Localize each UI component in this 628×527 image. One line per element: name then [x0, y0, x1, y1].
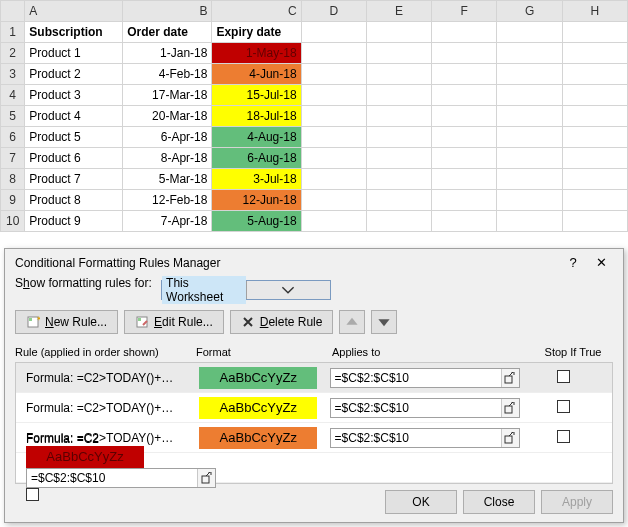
- col-header[interactable]: C: [212, 1, 301, 22]
- cell[interactable]: Product 7: [25, 169, 123, 190]
- row-header[interactable]: 6: [1, 127, 25, 148]
- cell[interactable]: [497, 211, 562, 232]
- cell[interactable]: [497, 43, 562, 64]
- row-header[interactable]: 1: [1, 22, 25, 43]
- cell[interactable]: [301, 169, 366, 190]
- cell[interactable]: Expiry date: [212, 22, 301, 43]
- col-header[interactable]: B: [123, 1, 212, 22]
- move-down-button[interactable]: [371, 310, 397, 334]
- range-picker-icon[interactable]: [197, 469, 215, 487]
- cell[interactable]: [366, 22, 431, 43]
- cell[interactable]: [497, 22, 562, 43]
- cell[interactable]: [432, 148, 497, 169]
- rule-row[interactable]: Formula: =C2 AaBbCcYyZz: [16, 453, 612, 483]
- cell[interactable]: Product 1: [25, 43, 123, 64]
- range-input[interactable]: [27, 471, 197, 485]
- cell[interactable]: [432, 43, 497, 64]
- cell[interactable]: 12-Jun-18: [212, 190, 301, 211]
- close-dialog-button[interactable]: Close: [463, 490, 535, 514]
- row-header[interactable]: 10: [1, 211, 25, 232]
- col-header[interactable]: H: [562, 1, 627, 22]
- cell[interactable]: [432, 127, 497, 148]
- cell[interactable]: Subscription: [25, 22, 123, 43]
- cell[interactable]: [497, 106, 562, 127]
- cell[interactable]: [562, 148, 627, 169]
- cell[interactable]: [432, 85, 497, 106]
- cell[interactable]: 18-Jul-18: [212, 106, 301, 127]
- applies-to-input[interactable]: [330, 428, 520, 448]
- scope-select[interactable]: This Worksheet: [161, 280, 331, 300]
- select-all-corner[interactable]: [1, 1, 25, 22]
- row-header[interactable]: 3: [1, 64, 25, 85]
- cell[interactable]: [301, 190, 366, 211]
- stop-if-true-checkbox[interactable]: [26, 488, 39, 501]
- cell[interactable]: 4-Feb-18: [123, 64, 212, 85]
- cell[interactable]: Product 6: [25, 148, 123, 169]
- row-header[interactable]: 8: [1, 169, 25, 190]
- cell[interactable]: 6-Apr-18: [123, 127, 212, 148]
- row-header[interactable]: 4: [1, 85, 25, 106]
- row-header[interactable]: 9: [1, 190, 25, 211]
- row-header[interactable]: 7: [1, 148, 25, 169]
- cell[interactable]: [366, 43, 431, 64]
- new-rule-button[interactable]: ✶ New Rule...: [15, 310, 118, 334]
- cell[interactable]: [562, 106, 627, 127]
- cell[interactable]: [497, 148, 562, 169]
- cell[interactable]: [366, 64, 431, 85]
- move-up-button[interactable]: [339, 310, 365, 334]
- cell[interactable]: [366, 148, 431, 169]
- cell[interactable]: Product 9: [25, 211, 123, 232]
- cell[interactable]: [497, 64, 562, 85]
- cell[interactable]: [366, 85, 431, 106]
- cell[interactable]: [497, 169, 562, 190]
- cell[interactable]: [562, 211, 627, 232]
- cell[interactable]: [301, 127, 366, 148]
- cell[interactable]: 4-Jun-18: [212, 64, 301, 85]
- range-input[interactable]: [331, 401, 501, 415]
- delete-rule-button[interactable]: Delete Rule: [230, 310, 334, 334]
- edit-rule-button[interactable]: Edit Rule...: [124, 310, 224, 334]
- cell[interactable]: [432, 106, 497, 127]
- ok-button[interactable]: OK: [385, 490, 457, 514]
- cell[interactable]: [301, 148, 366, 169]
- range-picker-icon[interactable]: [501, 429, 519, 447]
- cell[interactable]: 5-Mar-18: [123, 169, 212, 190]
- cell[interactable]: [301, 64, 366, 85]
- cell[interactable]: [366, 211, 431, 232]
- cell[interactable]: Product 3: [25, 85, 123, 106]
- help-button[interactable]: ?: [559, 255, 587, 270]
- cell[interactable]: 3-Jul-18: [212, 169, 301, 190]
- applies-to-input[interactable]: [330, 398, 520, 418]
- cell[interactable]: [432, 22, 497, 43]
- cell[interactable]: Product 5: [25, 127, 123, 148]
- cell[interactable]: [497, 85, 562, 106]
- cell[interactable]: [366, 127, 431, 148]
- cell[interactable]: [562, 85, 627, 106]
- applies-to-input[interactable]: [26, 468, 216, 488]
- cell[interactable]: 8-Apr-18: [123, 148, 212, 169]
- cell[interactable]: 1-Jan-18: [123, 43, 212, 64]
- applies-to-input[interactable]: [330, 368, 520, 388]
- cell[interactable]: [366, 169, 431, 190]
- cell[interactable]: 12-Feb-18: [123, 190, 212, 211]
- rule-row[interactable]: Formula: =C2>TODAY()+… AaBbCcYyZz: [16, 363, 612, 393]
- range-picker-icon[interactable]: [501, 369, 519, 387]
- rule-row[interactable]: Formula: =C2>TODAY()+… AaBbCcYyZz: [16, 393, 612, 423]
- cell[interactable]: Product 4: [25, 106, 123, 127]
- row-header[interactable]: 2: [1, 43, 25, 64]
- col-header[interactable]: A: [25, 1, 123, 22]
- stop-if-true-checkbox[interactable]: [557, 400, 570, 413]
- cell[interactable]: [562, 64, 627, 85]
- col-header[interactable]: D: [301, 1, 366, 22]
- apply-button[interactable]: Apply: [541, 490, 613, 514]
- range-picker-icon[interactable]: [501, 399, 519, 417]
- cell[interactable]: [432, 190, 497, 211]
- row-header[interactable]: 5: [1, 106, 25, 127]
- col-header[interactable]: G: [497, 1, 562, 22]
- cell[interactable]: [301, 43, 366, 64]
- cell[interactable]: [497, 127, 562, 148]
- cell[interactable]: 1-May-18: [212, 43, 301, 64]
- cell[interactable]: [432, 169, 497, 190]
- col-header[interactable]: E: [366, 1, 431, 22]
- spreadsheet[interactable]: A B C D E F G H 1 Subscription Order dat…: [0, 0, 628, 232]
